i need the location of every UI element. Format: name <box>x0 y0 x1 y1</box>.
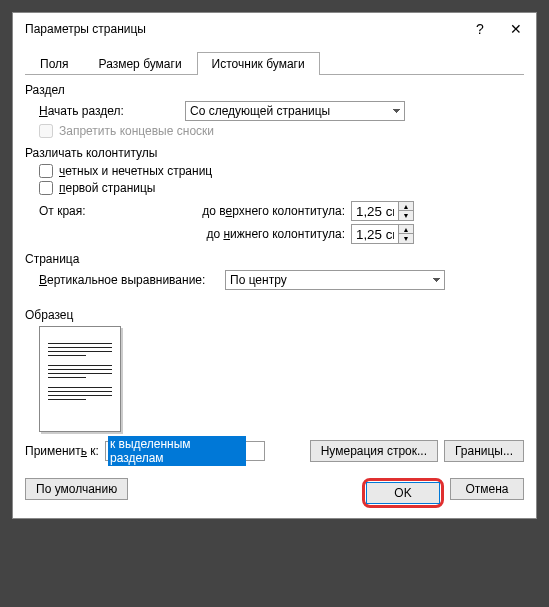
tab-strip: Поля Размер бумаги Источник бумаги <box>25 51 524 75</box>
apply-to-label: Применить к: <box>25 444 99 458</box>
to-footer-label: до нижнего колонтитула: <box>185 227 345 241</box>
page-setup-dialog: Параметры страницы ? ✕ Поля Размер бумаг… <box>12 12 537 519</box>
ok-highlight-annotation: OK <box>362 478 444 508</box>
valign-select[interactable]: По центру <box>225 270 445 290</box>
first-page-checkbox[interactable] <box>39 181 53 195</box>
from-edge-label: От края: <box>39 204 179 218</box>
default-button[interactable]: По умолчанию <box>25 478 128 500</box>
section-start-select[interactable]: Со следующей страницы <box>185 101 405 121</box>
valign-label: Вертикальное выравнивание: <box>39 273 219 287</box>
preview-thumbnail <box>39 326 121 432</box>
apply-to-select[interactable]: к выделенным разделам <box>105 441 265 461</box>
header-spin-down[interactable]: ▼ <box>399 211 413 220</box>
suppress-endnotes-label: Запретить концевые сноски <box>59 124 214 138</box>
footer-spin-up[interactable]: ▲ <box>399 225 413 234</box>
footer-distance-input[interactable] <box>351 224 399 244</box>
tab-paper-size[interactable]: Размер бумаги <box>84 52 197 75</box>
footer-spin-down[interactable]: ▼ <box>399 234 413 243</box>
dialog-title: Параметры страницы <box>25 22 462 36</box>
section-group-label: Раздел <box>25 83 524 97</box>
header-distance-input[interactable] <box>351 201 399 221</box>
tab-margins[interactable]: Поля <box>25 52 84 75</box>
header-spin-up[interactable]: ▲ <box>399 202 413 211</box>
line-numbers-button[interactable]: Нумерация строк... <box>310 440 438 462</box>
section-start-label: Начать раздел: <box>39 104 179 118</box>
to-header-label: до верхнего колонтитула: <box>185 204 345 218</box>
close-button[interactable]: ✕ <box>498 15 534 43</box>
preview-label: Образец <box>25 308 524 322</box>
tab-paper-source[interactable]: Источник бумаги <box>197 52 320 75</box>
headers-group-label: Различать колонтитулы <box>25 146 524 160</box>
odd-even-label: четных и нечетных страниц <box>59 164 212 178</box>
suppress-endnotes-checkbox <box>39 124 53 138</box>
help-button[interactable]: ? <box>462 15 498 43</box>
ok-button[interactable]: OK <box>366 482 440 504</box>
cancel-button[interactable]: Отмена <box>450 478 524 500</box>
first-page-label: первой страницы <box>59 181 155 195</box>
page-group-label: Страница <box>25 252 524 266</box>
title-bar: Параметры страницы ? ✕ <box>13 13 536 45</box>
borders-button[interactable]: Границы... <box>444 440 524 462</box>
odd-even-checkbox[interactable] <box>39 164 53 178</box>
